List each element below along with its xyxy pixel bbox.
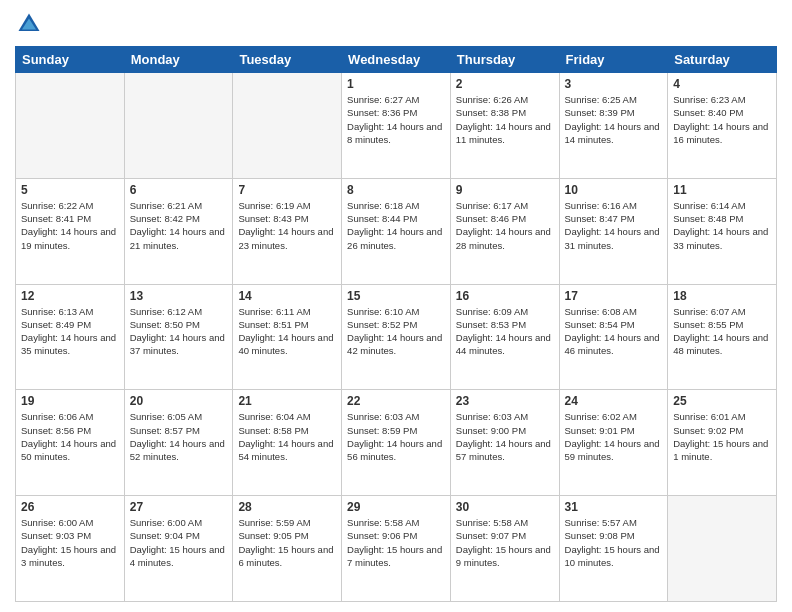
day-info: Sunrise: 6:16 AMSunset: 8:47 PMDaylight:…: [565, 199, 663, 252]
day-cell: 2 Sunrise: 6:26 AMSunset: 8:38 PMDayligh…: [450, 73, 559, 179]
day-info: Sunrise: 6:05 AMSunset: 8:57 PMDaylight:…: [130, 410, 228, 463]
day-cell: 21 Sunrise: 6:04 AMSunset: 8:58 PMDaylig…: [233, 390, 342, 496]
day-info: Sunrise: 6:08 AMSunset: 8:54 PMDaylight:…: [565, 305, 663, 358]
day-number: 8: [347, 183, 445, 197]
week-row-3: 19 Sunrise: 6:06 AMSunset: 8:56 PMDaylig…: [16, 390, 777, 496]
day-cell: 20 Sunrise: 6:05 AMSunset: 8:57 PMDaylig…: [124, 390, 233, 496]
day-number: 31: [565, 500, 663, 514]
day-number: 4: [673, 77, 771, 91]
page: SundayMondayTuesdayWednesdayThursdayFrid…: [0, 0, 792, 612]
day-cell: 25 Sunrise: 6:01 AMSunset: 9:02 PMDaylig…: [668, 390, 777, 496]
day-cell: 11 Sunrise: 6:14 AMSunset: 8:48 PMDaylig…: [668, 178, 777, 284]
day-cell: 30 Sunrise: 5:58 AMSunset: 9:07 PMDaylig…: [450, 496, 559, 602]
day-cell: 8 Sunrise: 6:18 AMSunset: 8:44 PMDayligh…: [342, 178, 451, 284]
day-number: 10: [565, 183, 663, 197]
day-number: 30: [456, 500, 554, 514]
day-cell: 7 Sunrise: 6:19 AMSunset: 8:43 PMDayligh…: [233, 178, 342, 284]
day-info: Sunrise: 6:25 AMSunset: 8:39 PMDaylight:…: [565, 93, 663, 146]
day-number: 9: [456, 183, 554, 197]
day-number: 5: [21, 183, 119, 197]
day-info: Sunrise: 6:06 AMSunset: 8:56 PMDaylight:…: [21, 410, 119, 463]
day-info: Sunrise: 6:13 AMSunset: 8:49 PMDaylight:…: [21, 305, 119, 358]
day-cell: 16 Sunrise: 6:09 AMSunset: 8:53 PMDaylig…: [450, 284, 559, 390]
header-day-saturday: Saturday: [668, 47, 777, 73]
day-cell: 24 Sunrise: 6:02 AMSunset: 9:01 PMDaylig…: [559, 390, 668, 496]
header-row: SundayMondayTuesdayWednesdayThursdayFrid…: [16, 47, 777, 73]
day-cell: 17 Sunrise: 6:08 AMSunset: 8:54 PMDaylig…: [559, 284, 668, 390]
day-info: Sunrise: 5:57 AMSunset: 9:08 PMDaylight:…: [565, 516, 663, 569]
day-info: Sunrise: 6:19 AMSunset: 8:43 PMDaylight:…: [238, 199, 336, 252]
week-row-4: 26 Sunrise: 6:00 AMSunset: 9:03 PMDaylig…: [16, 496, 777, 602]
day-cell: 12 Sunrise: 6:13 AMSunset: 8:49 PMDaylig…: [16, 284, 125, 390]
day-info: Sunrise: 6:12 AMSunset: 8:50 PMDaylight:…: [130, 305, 228, 358]
day-cell: 4 Sunrise: 6:23 AMSunset: 8:40 PMDayligh…: [668, 73, 777, 179]
day-number: 12: [21, 289, 119, 303]
header-day-monday: Monday: [124, 47, 233, 73]
day-info: Sunrise: 6:17 AMSunset: 8:46 PMDaylight:…: [456, 199, 554, 252]
day-number: 14: [238, 289, 336, 303]
day-info: Sunrise: 6:02 AMSunset: 9:01 PMDaylight:…: [565, 410, 663, 463]
day-cell: 29 Sunrise: 5:58 AMSunset: 9:06 PMDaylig…: [342, 496, 451, 602]
day-cell: 19 Sunrise: 6:06 AMSunset: 8:56 PMDaylig…: [16, 390, 125, 496]
day-info: Sunrise: 6:10 AMSunset: 8:52 PMDaylight:…: [347, 305, 445, 358]
day-info: Sunrise: 6:22 AMSunset: 8:41 PMDaylight:…: [21, 199, 119, 252]
day-cell: 3 Sunrise: 6:25 AMSunset: 8:39 PMDayligh…: [559, 73, 668, 179]
day-info: Sunrise: 6:00 AMSunset: 9:04 PMDaylight:…: [130, 516, 228, 569]
day-cell: 15 Sunrise: 6:10 AMSunset: 8:52 PMDaylig…: [342, 284, 451, 390]
day-number: 6: [130, 183, 228, 197]
day-cell: 6 Sunrise: 6:21 AMSunset: 8:42 PMDayligh…: [124, 178, 233, 284]
day-info: Sunrise: 6:03 AMSunset: 8:59 PMDaylight:…: [347, 410, 445, 463]
day-cell: 28 Sunrise: 5:59 AMSunset: 9:05 PMDaylig…: [233, 496, 342, 602]
day-number: 25: [673, 394, 771, 408]
day-cell: 5 Sunrise: 6:22 AMSunset: 8:41 PMDayligh…: [16, 178, 125, 284]
day-number: 27: [130, 500, 228, 514]
day-cell: 13 Sunrise: 6:12 AMSunset: 8:50 PMDaylig…: [124, 284, 233, 390]
day-number: 23: [456, 394, 554, 408]
day-cell: 31 Sunrise: 5:57 AMSunset: 9:08 PMDaylig…: [559, 496, 668, 602]
day-info: Sunrise: 5:59 AMSunset: 9:05 PMDaylight:…: [238, 516, 336, 569]
day-cell: 14 Sunrise: 6:11 AMSunset: 8:51 PMDaylig…: [233, 284, 342, 390]
day-info: Sunrise: 5:58 AMSunset: 9:06 PMDaylight:…: [347, 516, 445, 569]
day-info: Sunrise: 6:18 AMSunset: 8:44 PMDaylight:…: [347, 199, 445, 252]
calendar: SundayMondayTuesdayWednesdayThursdayFrid…: [15, 46, 777, 602]
day-info: Sunrise: 6:14 AMSunset: 8:48 PMDaylight:…: [673, 199, 771, 252]
day-number: 3: [565, 77, 663, 91]
day-info: Sunrise: 6:01 AMSunset: 9:02 PMDaylight:…: [673, 410, 771, 463]
header-day-wednesday: Wednesday: [342, 47, 451, 73]
day-cell: 1 Sunrise: 6:27 AMSunset: 8:36 PMDayligh…: [342, 73, 451, 179]
header-day-thursday: Thursday: [450, 47, 559, 73]
header: [15, 10, 777, 38]
day-info: Sunrise: 6:07 AMSunset: 8:55 PMDaylight:…: [673, 305, 771, 358]
day-cell: 26 Sunrise: 6:00 AMSunset: 9:03 PMDaylig…: [16, 496, 125, 602]
day-info: Sunrise: 5:58 AMSunset: 9:07 PMDaylight:…: [456, 516, 554, 569]
day-number: 2: [456, 77, 554, 91]
header-day-friday: Friday: [559, 47, 668, 73]
logo-icon: [15, 10, 43, 38]
day-number: 22: [347, 394, 445, 408]
day-number: 17: [565, 289, 663, 303]
day-cell: 18 Sunrise: 6:07 AMSunset: 8:55 PMDaylig…: [668, 284, 777, 390]
day-cell: 10 Sunrise: 6:16 AMSunset: 8:47 PMDaylig…: [559, 178, 668, 284]
day-number: 16: [456, 289, 554, 303]
day-number: 28: [238, 500, 336, 514]
week-row-1: 5 Sunrise: 6:22 AMSunset: 8:41 PMDayligh…: [16, 178, 777, 284]
day-number: 1: [347, 77, 445, 91]
day-number: 20: [130, 394, 228, 408]
day-number: 13: [130, 289, 228, 303]
day-number: 11: [673, 183, 771, 197]
day-cell: [233, 73, 342, 179]
day-number: 19: [21, 394, 119, 408]
week-row-2: 12 Sunrise: 6:13 AMSunset: 8:49 PMDaylig…: [16, 284, 777, 390]
day-info: Sunrise: 6:26 AMSunset: 8:38 PMDaylight:…: [456, 93, 554, 146]
day-info: Sunrise: 6:04 AMSunset: 8:58 PMDaylight:…: [238, 410, 336, 463]
day-number: 26: [21, 500, 119, 514]
day-number: 7: [238, 183, 336, 197]
day-info: Sunrise: 6:00 AMSunset: 9:03 PMDaylight:…: [21, 516, 119, 569]
week-row-0: 1 Sunrise: 6:27 AMSunset: 8:36 PMDayligh…: [16, 73, 777, 179]
day-info: Sunrise: 6:03 AMSunset: 9:00 PMDaylight:…: [456, 410, 554, 463]
day-cell: [16, 73, 125, 179]
day-number: 29: [347, 500, 445, 514]
header-day-tuesday: Tuesday: [233, 47, 342, 73]
logo: [15, 10, 47, 38]
day-info: Sunrise: 6:21 AMSunset: 8:42 PMDaylight:…: [130, 199, 228, 252]
